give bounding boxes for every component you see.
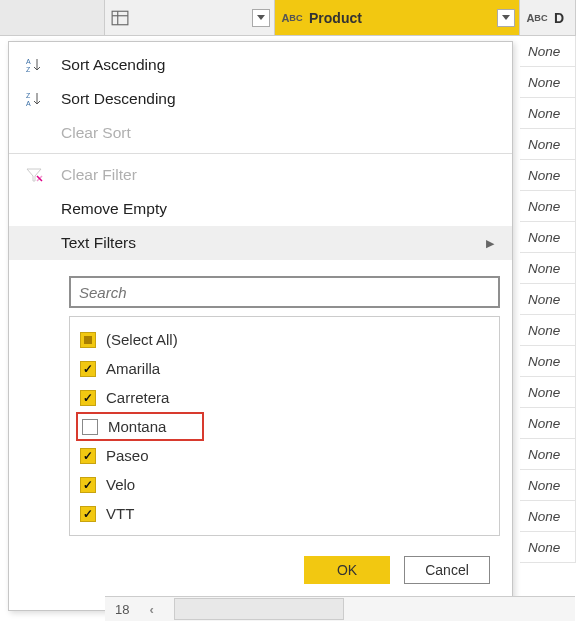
table-cell[interactable]: None	[520, 315, 576, 346]
table-cell[interactable]: None	[520, 284, 576, 315]
filter-value-row[interactable]: Amarilla	[80, 354, 489, 383]
table-cell[interactable]: None	[520, 470, 576, 501]
table-cell[interactable]: None	[520, 532, 576, 563]
blank-icon	[23, 233, 47, 253]
table-cell[interactable]: None	[520, 501, 576, 532]
row-number: 18	[115, 602, 129, 617]
blank-icon	[23, 123, 47, 143]
svg-text:Z: Z	[26, 66, 31, 73]
chevron-left-icon[interactable]: ‹	[149, 602, 153, 617]
clear-filter-item: Clear Filter	[9, 158, 512, 192]
row-header-gutter	[0, 0, 105, 35]
menu-label: Remove Empty	[61, 200, 167, 218]
column-product-dropdown[interactable]	[497, 9, 515, 27]
search-input[interactable]	[69, 276, 500, 308]
filter-value-label: Montana	[108, 418, 166, 435]
filter-value-row[interactable]: VTT	[80, 499, 489, 528]
menu-label: Clear Sort	[61, 124, 131, 142]
filter-checklist: (Select All) Amarilla Carretera Montana …	[69, 316, 500, 536]
blank-icon	[23, 199, 47, 219]
text-type-icon: ABC	[281, 8, 303, 28]
svg-text:Z: Z	[26, 92, 31, 99]
table-cell[interactable]: None	[520, 67, 576, 98]
checkbox[interactable]	[82, 419, 98, 435]
table-cell[interactable]: None	[520, 36, 576, 67]
checkbox[interactable]	[80, 477, 96, 493]
table-cell[interactable]: None	[520, 346, 576, 377]
column-header-1[interactable]	[105, 0, 275, 35]
column-header-label: Product	[309, 10, 362, 26]
checkbox[interactable]	[80, 390, 96, 406]
checkbox-mixed[interactable]	[80, 332, 96, 348]
menu-label: Sort Ascending	[61, 56, 165, 74]
footer-row: 18 ‹	[105, 596, 575, 621]
select-all-label: (Select All)	[106, 331, 178, 348]
clear-filter-icon	[23, 165, 47, 185]
filter-dropdown-panel: AZ Sort Ascending ZA Sort Descending Cle…	[8, 41, 513, 611]
ok-button[interactable]: OK	[304, 556, 390, 584]
filter-value-row-highlighted[interactable]: Montana	[80, 412, 489, 441]
checkbox[interactable]	[80, 361, 96, 377]
menu-label: Sort Descending	[61, 90, 176, 108]
chevron-right-icon: ▶	[486, 237, 494, 250]
text-filters-item[interactable]: Text Filters ▶	[9, 226, 512, 260]
filter-value-label: Carretera	[106, 389, 169, 406]
filter-value-label: Velo	[106, 476, 135, 493]
table-cell[interactable]: None	[520, 191, 576, 222]
clear-sort-item: Clear Sort	[9, 116, 512, 154]
sort-asc-icon: AZ	[23, 55, 47, 75]
text-type-icon: ABC	[526, 8, 548, 28]
svg-text:A: A	[26, 58, 31, 65]
filter-value-row[interactable]: Carretera	[80, 383, 489, 412]
table-cell[interactable]: None	[520, 439, 576, 470]
footer-cell	[174, 598, 344, 620]
filter-value-label: Paseo	[106, 447, 149, 464]
menu-label: Text Filters	[61, 234, 136, 252]
remove-empty-item[interactable]: Remove Empty	[9, 192, 512, 226]
checkbox[interactable]	[80, 448, 96, 464]
table-cell[interactable]: None	[520, 129, 576, 160]
column-header-label: D	[554, 10, 564, 26]
column-header-product[interactable]: ABC Product	[275, 0, 520, 35]
table-cell[interactable]: None	[520, 160, 576, 191]
select-all-row[interactable]: (Select All)	[80, 325, 489, 354]
svg-text:A: A	[26, 100, 31, 107]
data-column-d: None None None None None None None None …	[520, 36, 576, 563]
column-1-dropdown[interactable]	[252, 9, 270, 27]
sort-ascending-item[interactable]: AZ Sort Ascending	[9, 48, 512, 82]
table-cell[interactable]: None	[520, 222, 576, 253]
table-cell[interactable]: None	[520, 377, 576, 408]
table-icon	[111, 9, 129, 27]
table-cell[interactable]: None	[520, 408, 576, 439]
column-header-3[interactable]: ABC D	[520, 0, 576, 35]
table-cell[interactable]: None	[520, 253, 576, 284]
cancel-button[interactable]: Cancel	[404, 556, 490, 584]
filter-value-label: Amarilla	[106, 360, 160, 377]
table-cell[interactable]: None	[520, 98, 576, 129]
sort-desc-icon: ZA	[23, 89, 47, 109]
menu-label: Clear Filter	[61, 166, 137, 184]
checkbox[interactable]	[80, 506, 96, 522]
filter-value-row[interactable]: Velo	[80, 470, 489, 499]
filter-value-label: VTT	[106, 505, 134, 522]
filter-value-row[interactable]: Paseo	[80, 441, 489, 470]
sort-descending-item[interactable]: ZA Sort Descending	[9, 82, 512, 116]
svg-rect-0	[112, 11, 128, 25]
